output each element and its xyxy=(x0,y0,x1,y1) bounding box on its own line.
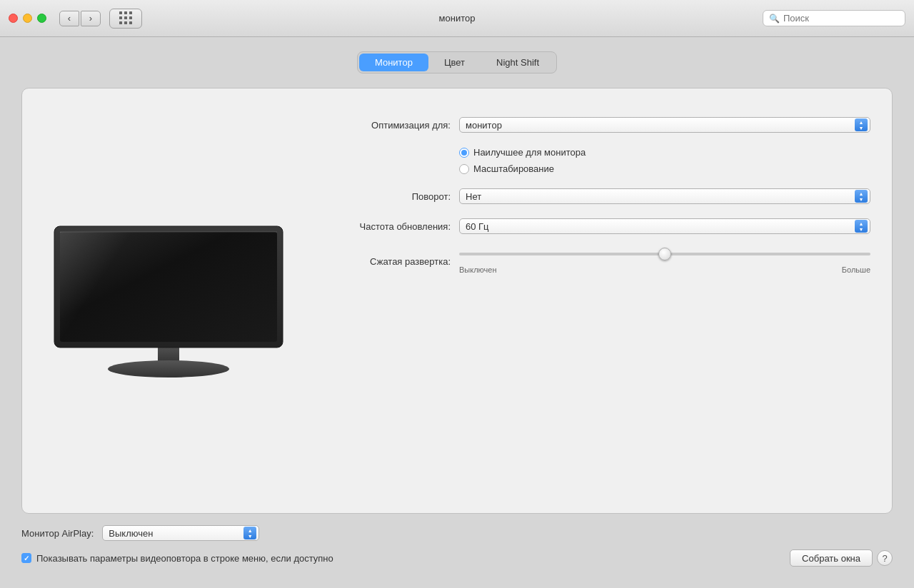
rotation-select-wrapper: Нет ▲ ▼ xyxy=(459,188,870,204)
rotation-select[interactable]: Нет xyxy=(459,188,870,204)
underscan-slider[interactable] xyxy=(459,253,870,255)
tab-group: Монитор Цвет Night Shift xyxy=(357,51,557,74)
forward-button[interactable]: › xyxy=(81,11,101,26)
search-icon: 🔍 xyxy=(769,14,780,24)
traffic-lights xyxy=(9,14,46,23)
tab-nightshift[interactable]: Night Shift xyxy=(481,54,555,71)
close-button[interactable] xyxy=(9,14,18,23)
slider-labels: Выключен Больше xyxy=(459,265,870,274)
titlebar: ‹ › монитор 🔍 xyxy=(0,0,914,37)
apps-grid-button[interactable] xyxy=(109,9,142,29)
settings-panel: Оптимизация для: монитор ▲ ▼ xyxy=(21,88,893,514)
bottom-controls: ✓ Показывать параметры видеоповтора в ст… xyxy=(21,549,893,567)
back-button[interactable]: ‹ xyxy=(59,11,79,26)
search-box[interactable]: 🔍 xyxy=(763,10,905,26)
underscan-label: Сжатая развертка: xyxy=(322,256,451,267)
right-buttons: Собрать окна ? xyxy=(790,549,893,567)
airplay-row: Монитор AirPlay: Выключен ▲ ▼ xyxy=(21,525,893,541)
airplay-label: Монитор AirPlay: xyxy=(21,528,94,539)
monitor-svg xyxy=(47,219,290,383)
tabs-container: Монитор Цвет Night Shift xyxy=(21,51,893,74)
refresh-row: Частота обновления: 60 Гц ▲ ▼ xyxy=(322,218,870,234)
tab-monitor[interactable]: Монитор xyxy=(359,54,428,71)
checkbox-check-icon: ✓ xyxy=(24,554,29,562)
optimize-label: Оптимизация для: xyxy=(322,120,451,131)
airplay-select-wrapper: Выключен ▲ ▼ xyxy=(102,525,259,541)
minimize-button[interactable] xyxy=(23,14,32,23)
apps-grid-icon xyxy=(119,11,133,25)
underscan-row: Сжатая развертка: Выключен Больше xyxy=(322,248,870,274)
refresh-select[interactable]: 60 Гц xyxy=(459,218,870,234)
radio-best-dot xyxy=(461,150,467,156)
radio-scaled-input[interactable] xyxy=(459,164,469,174)
optimize-row: Оптимизация для: монитор ▲ ▼ xyxy=(322,117,870,133)
monitor-image xyxy=(44,110,293,492)
search-input[interactable] xyxy=(783,13,899,24)
maximize-button[interactable] xyxy=(37,14,46,23)
checkbox-item[interactable]: ✓ Показывать параметры видеоповтора в ст… xyxy=(21,553,790,564)
underscan-slider-container: Выключен Больше xyxy=(459,248,870,274)
optimize-select[interactable]: монитор xyxy=(459,117,870,133)
rotation-row: Поворот: Нет ▲ ▼ xyxy=(322,188,870,204)
svg-point-1 xyxy=(108,360,229,377)
rotation-label: Поворот: xyxy=(322,191,451,202)
gather-windows-button[interactable]: Собрать окна xyxy=(790,549,873,567)
refresh-select-wrapper: 60 Гц ▲ ▼ xyxy=(459,218,870,234)
slider-max-label: Больше xyxy=(842,265,870,274)
refresh-label: Частота обновления: xyxy=(322,221,451,232)
radio-group: Наилучшее для монитора Масштабирование xyxy=(459,147,870,174)
main-content: Монитор Цвет Night Shift xyxy=(0,37,914,588)
help-button[interactable]: ? xyxy=(877,550,893,566)
window-title: монитор xyxy=(439,13,476,24)
checkbox-box[interactable]: ✓ xyxy=(21,553,31,563)
radio-best-input[interactable] xyxy=(459,148,469,158)
radio-best-row[interactable]: Наилучшее для монитора xyxy=(459,147,870,158)
optimize-select-wrapper: монитор ▲ ▼ xyxy=(459,117,870,133)
checkbox-label: Показывать параметры видеоповтора в стро… xyxy=(36,553,333,564)
bottom-area: Монитор AirPlay: Выключен ▲ ▼ ✓ Показыва… xyxy=(21,525,893,574)
radio-scaled-row[interactable]: Масштабирование xyxy=(459,163,870,174)
settings-form: Оптимизация для: монитор ▲ ▼ xyxy=(322,110,870,492)
airplay-select[interactable]: Выключен xyxy=(102,525,259,541)
radio-scaled-label: Масштабирование xyxy=(473,163,554,174)
radio-best-label: Наилучшее для монитора xyxy=(473,147,586,158)
slider-min-label: Выключен xyxy=(459,265,497,274)
nav-buttons: ‹ › xyxy=(59,11,101,26)
tab-color[interactable]: Цвет xyxy=(428,54,481,71)
